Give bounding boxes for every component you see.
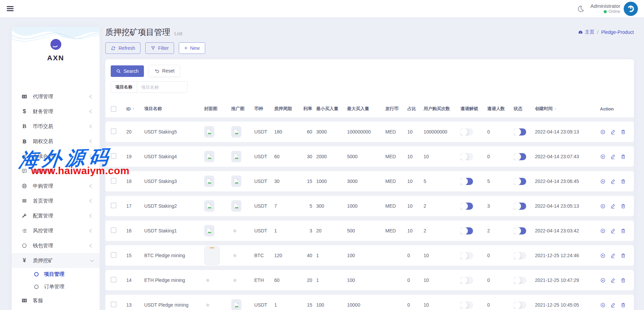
status-toggle[interactable] bbox=[514, 277, 526, 284]
sidebar-item-9[interactable]: 风控管理 bbox=[12, 223, 100, 238]
table-row: 15BTC Pledge miningBTC12040110001002021-… bbox=[105, 245, 634, 266]
row-checkbox[interactable] bbox=[111, 128, 116, 134]
dark-mode-moon-icon[interactable] bbox=[577, 5, 584, 13]
view-button[interactable] bbox=[600, 154, 606, 160]
sidebar-item-11[interactable]: ¥ 质押挖矿 bbox=[12, 253, 100, 268]
sidebar-item-4[interactable]: 永续合约 bbox=[12, 149, 100, 164]
invite_unlock-toggle[interactable] bbox=[460, 153, 473, 160]
view-button[interactable] bbox=[600, 253, 606, 259]
cell-checkbox bbox=[111, 252, 126, 259]
table-row: 19USDT Staking4USDT603020005000MED101002… bbox=[105, 146, 634, 167]
project-name-filter-group: 项目名称 bbox=[111, 81, 188, 93]
status-toggle[interactable] bbox=[514, 203, 526, 210]
search-button[interactable]: Search bbox=[111, 65, 144, 77]
delete-button[interactable] bbox=[620, 228, 626, 234]
project-name-input[interactable] bbox=[137, 82, 187, 92]
chevron-left-icon bbox=[89, 199, 93, 203]
edit-button[interactable] bbox=[610, 253, 616, 259]
sidebar-item-8[interactable]: 配置管理 bbox=[12, 208, 100, 223]
top-navbar: Administrator Online bbox=[0, 0, 644, 17]
sidebar-item-5[interactable]: 交易管理 bbox=[12, 164, 100, 179]
sidebar-item-2[interactable]: B 币币交易 bbox=[12, 119, 100, 134]
table-row: 20USDT Staking5USDT180603000100000000MED… bbox=[105, 122, 634, 142]
status-toggle[interactable] bbox=[514, 153, 526, 160]
edit-button[interactable] bbox=[610, 179, 616, 184]
delete-button[interactable] bbox=[620, 179, 626, 184]
row-checkbox[interactable] bbox=[111, 302, 116, 307]
row-checkbox[interactable] bbox=[111, 252, 116, 258]
sidebar-subitem-11-0[interactable]: 项目管理 bbox=[12, 268, 100, 281]
edit-button[interactable] bbox=[610, 302, 616, 308]
breadcrumb-home-link[interactable]: 主页 bbox=[578, 29, 595, 35]
invite_unlock-toggle[interactable] bbox=[460, 178, 473, 185]
status-toggle[interactable] bbox=[514, 227, 526, 234]
cell-min_buy: 100 bbox=[316, 302, 347, 308]
delete-button[interactable] bbox=[620, 302, 626, 308]
delete-button[interactable] bbox=[620, 253, 626, 259]
delete-button[interactable] bbox=[620, 154, 626, 160]
view-button[interactable] bbox=[600, 302, 606, 308]
sort-arrow-icon: ↑ bbox=[554, 106, 556, 111]
cell-invite_count: 0 bbox=[487, 253, 514, 258]
sidebar-item-6[interactable]: 申购管理 bbox=[12, 179, 100, 193]
column-header-status: 状态 bbox=[514, 106, 535, 112]
column-header-id[interactable]: ID↑ bbox=[126, 106, 144, 111]
cell-rate: 30 bbox=[300, 154, 316, 159]
row-checkbox[interactable] bbox=[111, 178, 116, 184]
delete-button[interactable] bbox=[620, 277, 626, 283]
cell-name: ETH Pledge mining bbox=[144, 277, 204, 283]
cell-invite_count: 0 bbox=[487, 154, 514, 159]
table-row: 14ETH Pledge miningETH6020110001002021-1… bbox=[105, 270, 634, 290]
view-button[interactable] bbox=[600, 277, 606, 283]
cell-coin: USDT bbox=[254, 228, 274, 233]
column-header-created[interactable]: 创建时间↑ bbox=[535, 106, 600, 112]
sidebar-item-7[interactable]: 首页管理 bbox=[12, 193, 100, 208]
invite_unlock-toggle[interactable] bbox=[460, 227, 473, 234]
delete-button[interactable] bbox=[620, 129, 626, 135]
invite_unlock-toggle[interactable] bbox=[460, 277, 473, 284]
status-toggle[interactable] bbox=[514, 178, 526, 185]
status-toggle[interactable] bbox=[514, 252, 526, 259]
sidebar-subitem-11-1[interactable]: 订单管理 bbox=[12, 281, 100, 293]
edit-button[interactable] bbox=[610, 203, 616, 209]
cell-issue_coin: MED bbox=[385, 129, 407, 135]
new-button[interactable]: + New bbox=[179, 42, 205, 54]
invite_unlock-toggle[interactable] bbox=[460, 128, 473, 136]
invite_unlock-toggle[interactable] bbox=[460, 302, 473, 309]
user-menu[interactable]: Administrator Online bbox=[591, 2, 638, 16]
edit-button[interactable] bbox=[610, 228, 616, 234]
avatar[interactable] bbox=[624, 2, 638, 16]
sidebar-item-3[interactable]: ฿ 期权交易 bbox=[12, 134, 100, 149]
edit-button[interactable] bbox=[610, 154, 616, 160]
edit-button[interactable] bbox=[610, 129, 616, 135]
sidebar-item-10[interactable]: 钱包管理 bbox=[12, 238, 100, 253]
cover-image-placeholder bbox=[204, 246, 220, 265]
reset-button[interactable]: Reset bbox=[149, 65, 180, 77]
view-button[interactable] bbox=[600, 179, 606, 184]
chevron-left-icon bbox=[89, 139, 93, 143]
row-checkbox[interactable] bbox=[111, 227, 116, 233]
hamburger-menu-icon[interactable] bbox=[7, 5, 14, 13]
view-button[interactable] bbox=[600, 203, 606, 209]
row-checkbox[interactable] bbox=[111, 153, 116, 159]
id-card-icon bbox=[21, 94, 28, 100]
status-toggle[interactable] bbox=[514, 128, 526, 136]
row-checkbox[interactable] bbox=[111, 203, 116, 208]
cell-status bbox=[514, 227, 535, 234]
row-checkbox[interactable] bbox=[111, 277, 116, 283]
sidebar-item-12[interactable]: 客服 bbox=[12, 293, 100, 308]
invite_unlock-toggle[interactable] bbox=[460, 203, 473, 210]
status-toggle[interactable] bbox=[514, 302, 526, 309]
sort-arrow-icon: ↑ bbox=[132, 106, 134, 111]
refresh-button[interactable]: Refresh bbox=[105, 42, 141, 54]
filter-button[interactable]: Filter bbox=[145, 42, 174, 54]
sidebar-item-0[interactable]: 代理管理 bbox=[12, 89, 100, 104]
view-button[interactable] bbox=[600, 228, 606, 234]
view-button[interactable] bbox=[600, 129, 606, 135]
edit-button[interactable] bbox=[610, 277, 616, 283]
invite_unlock-toggle[interactable] bbox=[460, 252, 473, 259]
cell-ratio: 10 bbox=[407, 228, 424, 233]
delete-button[interactable] bbox=[620, 203, 626, 209]
sidebar-item-1[interactable]: $ 财务管理 bbox=[12, 104, 100, 119]
select-all-checkbox[interactable] bbox=[111, 106, 116, 112]
